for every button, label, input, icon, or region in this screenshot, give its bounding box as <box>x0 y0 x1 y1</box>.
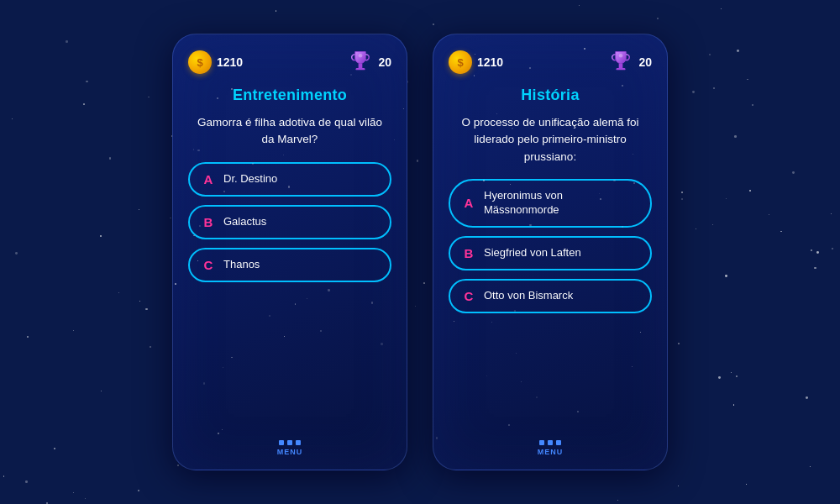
coins-value: 1210 <box>217 55 243 69</box>
phone-card-1: 1210 20EntretenimentoGamorra é filha ado… <box>172 34 407 470</box>
option-a-button[interactable]: AHyeronimus von Mässnonmorde <box>449 179 652 228</box>
category-title: História <box>521 87 579 104</box>
option-a-button[interactable]: ADr. Destino <box>188 162 391 197</box>
bottom-menu[interactable]: MENU <box>277 440 303 456</box>
phone-card-2: 1210 20HistóriaO processo de unificação … <box>433 34 668 470</box>
coins-stat: 1210 <box>188 50 243 74</box>
option-b-button[interactable]: BGalactus <box>188 205 391 239</box>
menu-label: MENU <box>538 448 564 456</box>
trophy-value: 20 <box>378 55 391 69</box>
question-text: Gamorra é filha adotiva de qual vilão da… <box>188 114 391 149</box>
options-list: AHyeronimus von MässnonmordeBSiegfried v… <box>449 179 652 440</box>
menu-label: MENU <box>277 448 303 456</box>
option-text-a: Dr. Destino <box>223 172 277 186</box>
option-text-c: Otto von Bismarck <box>484 289 573 303</box>
option-letter-b: B <box>462 246 475 260</box>
bottom-menu[interactable]: MENU <box>538 440 564 456</box>
trophy-icon <box>608 50 633 75</box>
option-text-a: Hyeronimus von Mässnonmorde <box>484 189 638 218</box>
trophy-value: 20 <box>638 55 652 69</box>
svg-rect-3 <box>619 64 623 68</box>
option-letter-c: C <box>202 258 215 272</box>
category-title: Entretenimento <box>233 87 347 104</box>
option-text-b: Galactus <box>223 215 266 229</box>
menu-icon <box>279 440 301 445</box>
stats-row: 1210 20 <box>188 50 391 75</box>
menu-icon <box>539 440 561 445</box>
options-list: ADr. DestinoBGalactusCThanos <box>188 162 391 441</box>
option-b-button[interactable]: BSiegfried von Laften <box>449 236 652 270</box>
coin-icon <box>188 50 212 74</box>
svg-rect-1 <box>356 68 365 70</box>
option-c-button[interactable]: COtto von Bismarck <box>449 279 652 313</box>
svg-rect-0 <box>359 64 363 68</box>
option-letter-a: A <box>202 172 215 186</box>
question-text: O processo de unificação alemã foi lider… <box>449 114 652 165</box>
coin-icon <box>449 50 472 74</box>
option-c-button[interactable]: CThanos <box>188 248 391 282</box>
trophy-icon <box>348 50 373 75</box>
option-letter-b: B <box>202 215 215 229</box>
trophy-stat: 20 <box>348 50 391 75</box>
svg-rect-4 <box>617 68 626 70</box>
option-text-c: Thanos <box>223 258 260 272</box>
option-letter-c: C <box>462 289 475 303</box>
option-text-b: Siegfried von Laften <box>484 246 581 260</box>
coins-stat: 1210 <box>449 50 503 74</box>
stats-row: 1210 20 <box>449 50 652 75</box>
svg-point-2 <box>359 54 363 58</box>
trophy-stat: 20 <box>608 50 652 75</box>
svg-point-5 <box>619 54 623 58</box>
option-letter-a: A <box>462 196 475 210</box>
coins-value: 1210 <box>477 55 503 69</box>
